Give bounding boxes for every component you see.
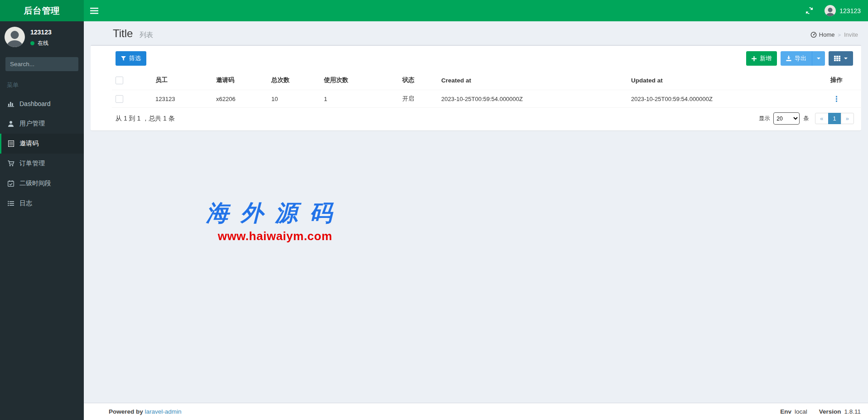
watermark-url: www.haiwaiym.com [206,229,344,243]
grid-footer: 从 1 到 1 ，总共 1 条 显示 20 条 « 1 » [91,108,861,130]
sidebar-toggle-button[interactable] [84,0,105,21]
toolbar-right: 新增 导出 [746,51,853,66]
per-page-suffix-label: 条 [803,115,809,122]
sidebar-item-invite-codes[interactable]: 邀请码 [0,134,84,154]
create-button[interactable]: 新增 [746,51,777,66]
export-button[interactable]: 导出 [781,51,812,66]
cell-total: 10 [268,90,320,108]
powered-by-label: Powered by [109,408,143,415]
pagination-controls: 显示 20 条 « 1 » [759,112,854,125]
sidebar-item-dashboard[interactable]: Dashboard [0,94,84,114]
main-area: Title 列表 Home > Invite [84,21,868,420]
sidebar-user-name: 123123 [30,29,52,36]
sidebar-item-label: 邀请码 [19,140,39,148]
hamburger-icon [90,8,98,14]
pagination-page-1[interactable]: 1 [828,113,841,124]
env-label: Env [780,408,791,415]
list-icon [7,201,15,206]
column-selector-button[interactable] [829,51,853,66]
sidebar-item-label: 日志 [19,199,32,208]
refresh-icon [806,7,813,14]
table-grid-icon [834,56,840,61]
user-icon [7,121,15,127]
cell-updated: 2023-10-25T00:59:54.000000Z [627,90,811,108]
sidebar-menu: Dashboard 用户管理 邀请码 订单管理 [0,94,84,213]
filter-button[interactable]: 筛选 [116,51,146,66]
select-all-checkbox[interactable] [116,77,123,84]
breadcrumb-current: Invite [844,31,858,38]
column-header-used: 使用次数 [320,71,399,90]
per-page-select[interactable]: 20 [773,112,800,125]
download-icon [786,56,791,61]
search-input[interactable] [5,57,78,71]
caret-down-icon [844,58,848,59]
column-header-code: 邀请码 [212,71,268,90]
laravel-admin-link[interactable]: laravel-admin [145,408,182,415]
column-header-total: 总次数 [268,71,320,90]
sidebar-user-status: 在线 [30,39,52,47]
avatar [825,5,836,16]
column-header-actions: 操作 [811,71,862,90]
export-dropdown-button[interactable] [812,51,825,66]
app-logo[interactable]: 后台管理 [0,0,84,21]
footer-powered: Powered by laravel-admin [109,408,182,415]
sidebar-item-users[interactable]: 用户管理 [0,114,84,134]
filter-icon [121,56,126,61]
grid-table: 员工 邀请码 总次数 使用次数 状态 Created at Updated at… [112,71,862,108]
calendar-check-icon [7,180,15,187]
footer: Powered by laravel-admin Env local Versi… [84,403,868,420]
pagination-summary: 从 1 到 1 ，总共 1 条 [116,115,175,123]
navbar-right: 123123 [800,0,868,21]
sidebar-section-label: 菜单 [0,75,84,94]
row-actions-ellipsis-icon[interactable]: ⋮ [833,95,840,103]
avatar [5,27,25,47]
breadcrumb-home-link[interactable]: Home [810,31,835,38]
pagination-next-button[interactable]: » [841,113,854,124]
cell-created: 2023-10-25T00:59:54.000000Z [438,90,627,108]
navbar: 123123 [84,0,868,21]
plus-icon [752,56,757,61]
sidebar-item-time-periods[interactable]: 二级时间段 [0,174,84,193]
column-header-updated: Updated at [627,71,811,90]
sidebar-item-logs[interactable]: 日志 [0,193,84,213]
breadcrumb: Home > Invite [810,31,858,38]
refresh-button[interactable] [800,0,818,21]
pagination: « 1 » [815,113,854,124]
dashboard-gauge-icon [810,32,817,38]
sidebar-item-label: Dashboard [19,100,51,107]
sidebar-item-orders[interactable]: 订单管理 [0,154,84,174]
grid-table-wrap: 员工 邀请码 总次数 使用次数 状态 Created at Updated at… [91,71,861,108]
grid-toolbar: 筛选 新增 导出 [91,46,861,71]
content-header: Title 列表 Home > Invite [84,21,868,45]
user-menu[interactable]: 123123 [818,0,868,21]
env-value: local [795,408,807,415]
content: Title 列表 Home > Invite [84,21,868,403]
breadcrumb-separator: > [838,32,840,38]
sidebar-user-info: 123123 在线 [30,27,52,47]
breadcrumb-home-label: Home [819,31,835,38]
online-dot-icon [30,41,34,45]
table-row: 123123 x62206 10 1 开启 2023-10-25T00:59:5… [112,90,862,108]
cell-used: 1 [320,90,399,108]
create-button-label: 新增 [760,54,772,63]
caret-down-icon [817,58,820,59]
column-header-created: Created at [438,71,627,90]
row-checkbox[interactable] [116,95,123,103]
topbar: 后台管理 123123 [0,0,868,21]
version-label: Version [819,408,841,415]
sidebar-search [5,57,78,71]
per-page-prefix-label: 显示 [759,115,770,122]
cell-staff: 123123 [152,90,212,108]
page-title: Title [113,27,133,39]
export-button-group: 导出 [781,51,825,66]
export-button-label: 导出 [795,54,806,63]
online-status-label: 在线 [38,39,48,47]
pagination-prev-button[interactable]: « [815,113,828,124]
sidebar: 123123 在线 菜单 Dashboard 用户管理 [0,21,84,420]
sidebar-user-panel: 123123 在线 [0,21,84,53]
qrcode-icon [7,140,15,147]
page-subtitle: 列表 [140,31,153,39]
column-header-staff: 员工 [152,71,212,90]
version-value: 1.8.11 [844,408,861,415]
username-label: 123123 [839,7,861,14]
